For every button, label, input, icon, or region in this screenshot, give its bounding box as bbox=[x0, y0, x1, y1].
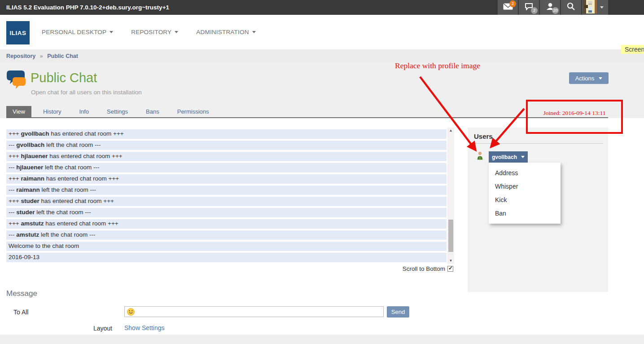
chat-message-list: +++ gvollbach has entered chat room +++-… bbox=[6, 129, 447, 264]
chevron-down-icon bbox=[521, 156, 525, 158]
user-avatar-icon bbox=[477, 151, 483, 162]
tab-view[interactable]: View bbox=[6, 106, 31, 118]
nav-item-administration[interactable]: ADMINISTRATION bbox=[196, 29, 255, 35]
user-context-menu: AddressWhisperKickBan bbox=[489, 163, 561, 224]
chevron-down-icon bbox=[252, 31, 256, 33]
menu-item-kick[interactable]: Kick bbox=[489, 193, 561, 207]
breadcrumb-bar: Repository » Public Chat bbox=[0, 49, 644, 63]
user-menu-button[interactable] bbox=[582, 0, 608, 15]
tab-bans[interactable]: Bans bbox=[140, 106, 166, 118]
breadcrumb-public-chat[interactable]: Public Chat bbox=[47, 53, 78, 59]
users-divider bbox=[474, 143, 603, 144]
chat-message: --- hjlauener left the chat room --- bbox=[6, 163, 447, 172]
chat-panel: +++ gvollbach has entered chat room +++-… bbox=[6, 128, 454, 264]
chat-message: --- raimann left the chat room --- bbox=[6, 185, 447, 195]
nav-item-repository[interactable]: REPOSITORY bbox=[131, 29, 178, 35]
main-nav: PERSONAL DESKTOPREPOSITORYADMINISTRATION bbox=[42, 15, 274, 49]
actions-button-label: Actions bbox=[575, 75, 595, 82]
chevron-down-icon bbox=[175, 31, 178, 33]
chat-object-icon bbox=[6, 70, 28, 93]
search-icon bbox=[567, 2, 575, 13]
chevron-down-icon bbox=[110, 31, 113, 33]
menu-item-address[interactable]: Address bbox=[489, 166, 561, 180]
scrollbar-up-arrow[interactable]: ▲ bbox=[447, 128, 454, 134]
menu-item-ban[interactable]: Ban bbox=[489, 207, 561, 220]
mail-badge: 2 bbox=[509, 0, 516, 7]
actions-button[interactable]: Actions bbox=[569, 72, 609, 84]
chat-message: --- studer left the chat room --- bbox=[6, 208, 447, 217]
users-heading: Users bbox=[474, 132, 493, 140]
chat-message: Welcome to the chat room bbox=[6, 242, 447, 251]
scroll-to-bottom-checkbox[interactable] bbox=[447, 266, 453, 272]
scroll-to-bottom-row: Scroll to Bottom bbox=[403, 265, 453, 272]
mail-button[interactable]: 2 bbox=[498, 0, 518, 15]
top-bar: ILIAS 5.2 Evaluation PHP 7.0.10-2+deb.su… bbox=[0, 0, 644, 15]
recipient-label[interactable]: To All bbox=[13, 309, 28, 316]
chat-scrollbar[interactable]: ▲ ▼ bbox=[447, 128, 454, 264]
nav-item-personal-desktop[interactable]: PERSONAL DESKTOP bbox=[42, 29, 113, 35]
message-section-heading: Message bbox=[6, 289, 37, 298]
tab-bar: ViewHistoryInfoSettingsBansPermissions bbox=[6, 106, 221, 118]
chevron-down-icon bbox=[600, 6, 604, 9]
search-button[interactable] bbox=[561, 0, 581, 15]
breadcrumb-separator: » bbox=[40, 53, 43, 59]
footer-background bbox=[0, 335, 644, 344]
message-form: To All Send Layout Show Settings bbox=[6, 301, 454, 335]
show-settings-link[interactable]: Show Settings bbox=[124, 324, 165, 331]
nav-item-label: ADMINISTRATION bbox=[196, 29, 249, 35]
breadcrumb-repository[interactable]: Repository bbox=[6, 53, 35, 59]
annotation-joined-text: Joined: 2016-09-14 13:11 bbox=[528, 101, 621, 117]
page-title: Public Chat bbox=[31, 71, 97, 85]
topbar-icon-strip: 2 2 20 bbox=[497, 0, 608, 15]
chat-message: +++ amstutz has entered chat room +++ bbox=[6, 219, 447, 229]
annotation-note: Replace with profile image bbox=[395, 61, 480, 71]
users-panel: Users gvollbach AddressWhisperKickBan bbox=[468, 128, 608, 292]
chat-message: +++ raimann has entered chat room +++ bbox=[6, 174, 447, 184]
ilias-logo[interactable]: ILIAS bbox=[6, 21, 30, 44]
chat-message: --- amstutz left the chat room --- bbox=[6, 230, 447, 240]
chat-message: +++ gvollbach has entered chat room +++ bbox=[6, 129, 447, 139]
chat-message: +++ studer has entered chat room +++ bbox=[6, 197, 447, 206]
tab-info[interactable]: Info bbox=[73, 106, 95, 118]
menu-item-whisper[interactable]: Whisper bbox=[489, 180, 561, 193]
page-subtitle: Open chat for all users on this installa… bbox=[31, 89, 142, 96]
tab-permissions[interactable]: Permissions bbox=[171, 106, 215, 118]
nav-item-label: PERSONAL DESKTOP bbox=[42, 29, 106, 35]
annotation-box: Joined: 2016-09-14 13:11 bbox=[526, 100, 623, 134]
user-gvollbach-button[interactable]: gvollbach bbox=[489, 151, 528, 163]
tab-settings[interactable]: Settings bbox=[101, 106, 134, 118]
chat-invitations-button[interactable]: 2 bbox=[519, 0, 539, 15]
message-input-wrap bbox=[124, 306, 384, 317]
emoji-picker-icon[interactable] bbox=[127, 308, 135, 318]
chevron-down-icon bbox=[599, 77, 602, 79]
chat-message: +++ hjlauener has entered chat room +++ bbox=[6, 152, 447, 161]
user-button-label: gvollbach bbox=[492, 154, 517, 160]
scrollbar-thumb[interactable] bbox=[448, 220, 453, 252]
system-title: ILIAS 5.2 Evaluation PHP 7.0.10-2+deb.su… bbox=[6, 0, 169, 15]
send-button[interactable]: Send bbox=[387, 306, 409, 318]
breadcrumb: Repository » Public Chat bbox=[6, 49, 78, 63]
screen-tooltip: Screen-I bbox=[621, 45, 644, 54]
layout-label: Layout bbox=[74, 325, 112, 332]
chat-message: 2016-09-13 bbox=[6, 253, 447, 262]
scrollbar-down-arrow[interactable]: ▼ bbox=[447, 258, 454, 264]
online-users-button[interactable]: 20 bbox=[540, 0, 560, 15]
nav-item-label: REPOSITORY bbox=[131, 29, 171, 35]
scroll-to-bottom-label: Scroll to Bottom bbox=[403, 265, 445, 272]
chat-badge: 2 bbox=[531, 7, 538, 14]
message-input[interactable] bbox=[124, 306, 384, 317]
main-header: ILIAS PERSONAL DESKTOPREPOSITORYADMINIST… bbox=[0, 15, 644, 49]
avatar bbox=[583, 0, 597, 15]
chat-message: --- gvollbach left the chat room --- bbox=[6, 141, 447, 150]
online-users-badge: 20 bbox=[552, 7, 559, 14]
tab-history[interactable]: History bbox=[37, 106, 67, 118]
